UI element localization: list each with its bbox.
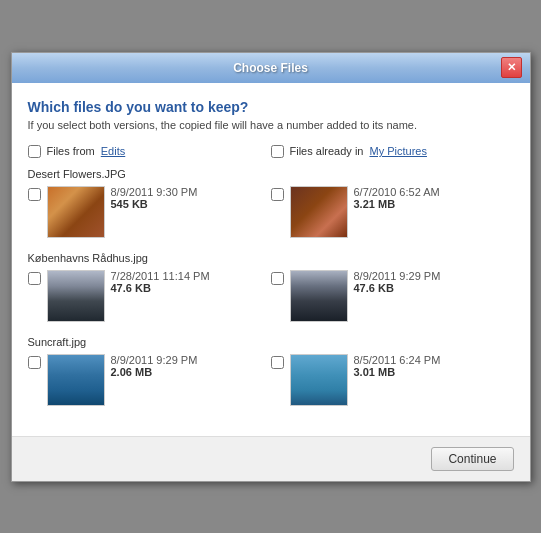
kobenhavn-left-date: 7/28/2011 11:14 PM xyxy=(111,270,210,282)
dialog-footer: Continue xyxy=(12,436,530,481)
suncraft-right-info: 8/5/2011 6:24 PM 3.01 MB xyxy=(354,354,441,378)
kobenhavn-right-size: 47.6 KB xyxy=(354,282,441,294)
file-group-suncraft-name: Suncraft.jpg xyxy=(28,336,514,348)
suncraft-right-size: 3.01 MB xyxy=(354,366,441,378)
desert-left-checkbox[interactable] xyxy=(28,188,41,201)
suncraft-right-item: 8/5/2011 6:24 PM 3.01 MB xyxy=(271,354,514,406)
right-col-link[interactable]: My Pictures xyxy=(369,145,426,157)
desert-left-size: 545 KB xyxy=(111,198,198,210)
kobenhavn-right-date: 8/9/2011 9:29 PM xyxy=(354,270,441,282)
desert-right-item: 6/7/2010 6:52 AM 3.21 MB xyxy=(271,186,514,238)
continue-button[interactable]: Continue xyxy=(431,447,513,471)
kobenhavn-left-item: 7/28/2011 11:14 PM 47.6 KB xyxy=(28,270,271,322)
file-group-desert-name: Desert Flowers.JPG xyxy=(28,168,514,180)
kobenhavn-left-info: 7/28/2011 11:14 PM 47.6 KB xyxy=(111,270,210,294)
suncraft-left-size: 2.06 MB xyxy=(111,366,198,378)
suncraft-left-date: 8/9/2011 9:29 PM xyxy=(111,354,198,366)
window-title: Choose Files xyxy=(41,61,501,75)
suncraft-left-info: 8/9/2011 9:29 PM 2.06 MB xyxy=(111,354,198,378)
kobenhavn-right-item: 8/9/2011 9:29 PM 47.6 KB xyxy=(271,270,514,322)
suncraft-right-thumbnail xyxy=(290,354,348,406)
suncraft-left-thumbnail xyxy=(47,354,105,406)
title-bar: Choose Files ✕ xyxy=(12,53,530,83)
file-group-kobenhavn-name: Københavns Rådhus.jpg xyxy=(28,252,514,264)
left-col-label: Files from xyxy=(47,145,95,157)
left-column-header: Files from Edits xyxy=(28,145,271,168)
right-col-label: Files already in xyxy=(290,145,364,157)
desert-right-info: 6/7/2010 6:52 AM 3.21 MB xyxy=(354,186,440,210)
desert-left-date: 8/9/2011 9:30 PM xyxy=(111,186,198,198)
file-group-kobenhavn-rows: 7/28/2011 11:14 PM 47.6 KB 8/9/2011 9:29… xyxy=(28,270,514,322)
left-column-checkbox[interactable] xyxy=(28,145,41,158)
kobenhavn-left-checkbox[interactable] xyxy=(28,272,41,285)
desert-right-date: 6/7/2010 6:52 AM xyxy=(354,186,440,198)
desert-left-info: 8/9/2011 9:30 PM 545 KB xyxy=(111,186,198,210)
suncraft-right-checkbox[interactable] xyxy=(271,356,284,369)
dialog-question: Which files do you want to keep? xyxy=(28,99,514,115)
suncraft-right-date: 8/5/2011 6:24 PM xyxy=(354,354,441,366)
desert-right-size: 3.21 MB xyxy=(354,198,440,210)
desert-right-checkbox[interactable] xyxy=(271,188,284,201)
dialog-window: Choose Files ✕ Which files do you want t… xyxy=(11,52,531,482)
right-column-checkbox[interactable] xyxy=(271,145,284,158)
desert-right-thumbnail xyxy=(290,186,348,238)
title-bar-controls: ✕ xyxy=(501,57,522,78)
file-group-kobenhavn: Københavns Rådhus.jpg 7/28/2011 11:14 PM… xyxy=(28,252,514,322)
close-button[interactable]: ✕ xyxy=(501,57,522,78)
kobenhavn-right-checkbox[interactable] xyxy=(271,272,284,285)
left-col-link[interactable]: Edits xyxy=(101,145,125,157)
file-group-desert: Desert Flowers.JPG 8/9/2011 9:30 PM 545 … xyxy=(28,168,514,238)
desert-left-item: 8/9/2011 9:30 PM 545 KB xyxy=(28,186,271,238)
file-group-desert-rows: 8/9/2011 9:30 PM 545 KB 6/7/2010 6:52 AM… xyxy=(28,186,514,238)
kobenhavn-left-size: 47.6 KB xyxy=(111,282,210,294)
file-group-suncraft-rows: 8/9/2011 9:29 PM 2.06 MB 8/5/2011 6:24 P… xyxy=(28,354,514,406)
kobenhavn-right-thumbnail xyxy=(290,270,348,322)
file-group-suncraft: Suncraft.jpg 8/9/2011 9:29 PM 2.06 MB 8/… xyxy=(28,336,514,406)
dialog-subtitle: If you select both versions, the copied … xyxy=(28,119,514,131)
desert-left-thumbnail xyxy=(47,186,105,238)
right-column-header: Files already in My Pictures xyxy=(271,145,514,168)
dialog-content: Which files do you want to keep? If you … xyxy=(12,83,530,436)
suncraft-left-item: 8/9/2011 9:29 PM 2.06 MB xyxy=(28,354,271,406)
kobenhavn-left-thumbnail xyxy=(47,270,105,322)
suncraft-left-checkbox[interactable] xyxy=(28,356,41,369)
kobenhavn-right-info: 8/9/2011 9:29 PM 47.6 KB xyxy=(354,270,441,294)
column-headers: Files from Edits Files already in My Pic… xyxy=(28,145,514,168)
